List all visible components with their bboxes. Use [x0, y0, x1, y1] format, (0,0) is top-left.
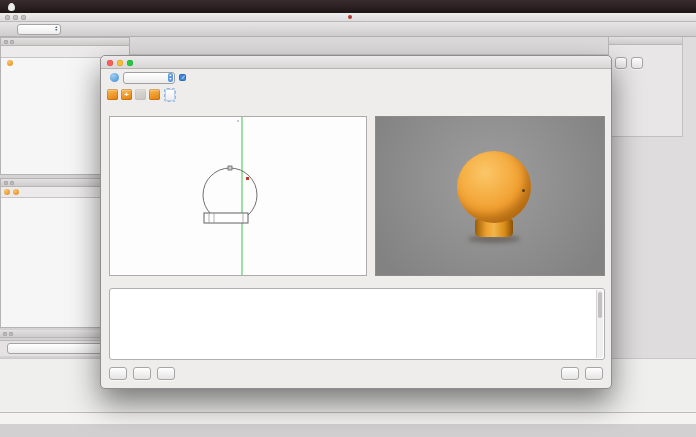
window-zoom-button[interactable] [21, 15, 26, 20]
apple-menu-icon[interactable] [8, 3, 15, 11]
brush-icon[interactable] [149, 89, 160, 100]
new-button[interactable] [109, 367, 127, 380]
ground-button[interactable] [615, 57, 627, 69]
scrollbar-thumb[interactable] [598, 292, 602, 318]
inspector-title [609, 37, 682, 45]
screen: ▲▼ [0, 0, 696, 437]
panel-controls[interactable] [4, 40, 14, 44]
layer-color-icon[interactable] [13, 189, 19, 195]
window-title-bar [0, 13, 696, 22]
dropdown-arrows-icon: ▲▼ [55, 26, 58, 33]
reset-button[interactable] [631, 57, 643, 69]
cancel-button[interactable] [585, 367, 603, 380]
window-minimize-button[interactable] [13, 15, 18, 20]
profile-editor-canvas[interactable] [109, 116, 367, 276]
dialog-zoom-button[interactable] [127, 60, 133, 66]
add-model-to-scene-button[interactable] [561, 367, 579, 380]
interim-checkbox[interactable] [179, 74, 186, 81]
cap-surface-dot [522, 189, 525, 192]
save-button[interactable] [157, 367, 175, 380]
shape-fill-icon[interactable] [107, 89, 118, 100]
library-tab-bar [0, 412, 696, 424]
dialog-minimize-button[interactable] [117, 60, 123, 66]
add-shape-icon[interactable]: + [121, 89, 132, 100]
menu-bar [0, 0, 696, 13]
dialog-title-bar [101, 56, 611, 69]
position-header [651, 49, 683, 51]
shapes-row-2 [110, 293, 604, 297]
main-toolbar: ▲▼ [0, 22, 696, 37]
cap-sphere [457, 151, 531, 223]
smooth-select[interactable]: ▲▼ [123, 72, 175, 84]
dialog-toolbar: ▲▼ [101, 69, 611, 86]
transform-inspector [609, 37, 683, 137]
window-close-button[interactable] [5, 15, 10, 20]
document-edited-dot [348, 15, 352, 19]
object-list-header [1, 38, 129, 46]
right-sidebar [608, 37, 696, 411]
panel-controls[interactable] [3, 332, 13, 336]
load-button[interactable] [133, 367, 151, 380]
shapes-library [109, 288, 605, 360]
quality-select[interactable]: ▲▼ [17, 24, 61, 35]
layer-color-icon[interactable] [4, 189, 10, 195]
dialog-fields-bar: + [101, 86, 611, 103]
model-icon [7, 60, 13, 66]
shape-modeler-dialog: ▲▼ + [100, 55, 612, 389]
pencil-icon[interactable] [135, 89, 146, 100]
panel-controls[interactable] [4, 181, 14, 185]
refresh-icon[interactable] [110, 73, 119, 82]
shapes-scrollbar[interactable] [596, 290, 603, 358]
dropdown-arrows-icon: ▲▼ [168, 73, 173, 82]
size-header [615, 49, 647, 51]
dialog-footer [109, 367, 603, 380]
profile-sketch [110, 117, 366, 275]
bottom-strip [0, 424, 696, 437]
preview-viewport[interactable] [375, 116, 605, 276]
dialog-close-button[interactable] [107, 60, 113, 66]
resolve-incorrect-button[interactable] [165, 89, 175, 101]
view-segmented-control [237, 120, 239, 122]
size-position-grid [609, 45, 682, 51]
document-tab-strip [130, 37, 608, 55]
